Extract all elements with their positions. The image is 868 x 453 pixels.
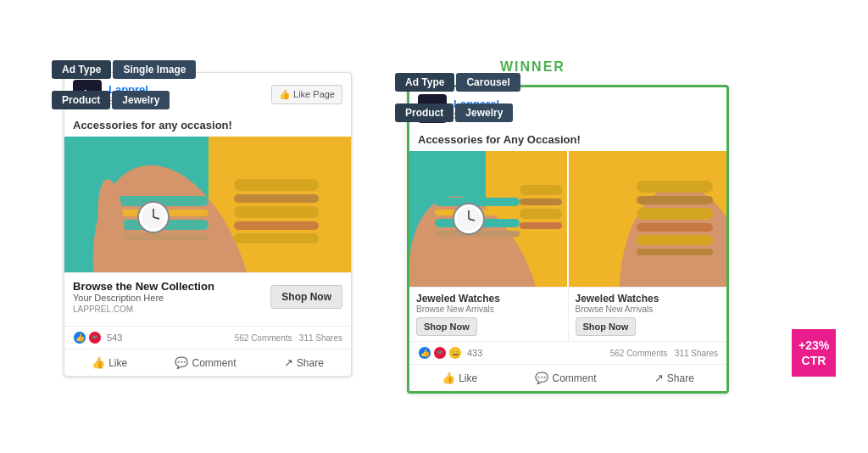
- carousel-item-2-cta: Shop Now: [576, 317, 721, 336]
- product-sub-2: Browse New Arrivals: [576, 305, 721, 314]
- right-reaction-icons: 👍 ❤ 😄 433: [418, 346, 482, 360]
- svg-rect-6: [115, 233, 209, 240]
- left-reactions-bar: 👍 ❤ 543 562 Comments 311 Shares: [64, 326, 351, 349]
- product-sub-1: Browse New Arrivals: [416, 305, 561, 314]
- left-actions-bar: 👍 Like 💬 Comment ↗ Share: [64, 349, 351, 376]
- like-react-icon: 👍: [73, 331, 86, 344]
- svg-rect-29: [520, 199, 562, 205]
- left-product-group: Product Jewelry: [52, 91, 170, 109]
- share-action-label: Share: [297, 357, 324, 369]
- left-sub-description: Your Description Here: [73, 293, 214, 303]
- product-info-2: Jeweled Watches Browse New Arrivals: [576, 293, 721, 314]
- left-ad-description: Accessories for any occasion!: [64, 115, 351, 137]
- right-carousel-images: [409, 151, 726, 287]
- svg-rect-28: [520, 185, 562, 195]
- heart-react-icon: ❤: [88, 331, 102, 344]
- left-ad-image-area: [64, 137, 351, 272]
- svg-rect-13: [234, 206, 319, 218]
- left-comment-action[interactable]: 💬 Comment: [168, 353, 242, 372]
- right-actions-bar: 👍 Like 💬 Comment ↗ Share: [409, 364, 726, 391]
- shop-now-btn-2[interactable]: Shop Now: [576, 317, 637, 336]
- left-like-page-btn[interactable]: 👍 Like Page: [271, 85, 342, 104]
- product-name-1: Jeweled Watches: [416, 293, 561, 305]
- right-product-label: Product: [395, 103, 453, 122]
- right-ad-card: L Lapparel Sponsored Accessories for Any…: [407, 85, 729, 394]
- page-container: WINNER Ad Type Single Image Product Jewe…: [0, 0, 868, 453]
- like-action-icon: 👍: [92, 356, 105, 369]
- right-ad-description: Accessories for Any Occasion!: [409, 130, 726, 151]
- right-share-action-label: Share: [667, 372, 694, 384]
- svg-rect-37: [637, 223, 713, 232]
- right-like-action-icon: 👍: [442, 372, 455, 384]
- comment-action-icon: 💬: [175, 356, 188, 369]
- svg-rect-12: [234, 194, 319, 203]
- svg-rect-11: [234, 179, 319, 191]
- right-ad-type-value: Carousel: [456, 73, 520, 92]
- right-comment-action[interactable]: 💬 Comment: [528, 368, 603, 388]
- left-ad-image-svg: [64, 137, 351, 272]
- left-shop-now-btn[interactable]: Shop Now: [270, 285, 342, 309]
- product-info-1: Jeweled Watches Browse New Arrivals: [416, 293, 561, 314]
- right-haha-react-icon: 😄: [448, 346, 462, 360]
- ctr-label: CTR: [798, 353, 829, 368]
- left-headline: Browse the New Collection: [73, 280, 214, 293]
- right-like-action[interactable]: 👍 Like: [435, 368, 484, 388]
- svg-rect-35: [637, 196, 713, 204]
- carousel-img-left: [409, 151, 569, 287]
- left-product-value: Jewelry: [112, 91, 170, 109]
- ctr-value: +23%: [798, 338, 829, 353]
- right-ad-type-group: Ad Type Carousel: [395, 73, 520, 92]
- left-share-action[interactable]: ↗ Share: [277, 353, 331, 372]
- left-ad-type-label: Ad Type: [52, 60, 111, 79]
- carousel-left-svg: [409, 151, 569, 287]
- left-comment-share: 562 Comments 311 Shares: [235, 333, 342, 343]
- carousel-product-footer: Jeweled Watches Browse New Arrivals Shop…: [409, 287, 726, 341]
- carousel-right-svg: [569, 151, 726, 287]
- left-ad-footer-single: Browse the New Collection Your Descripti…: [73, 280, 342, 314]
- right-heart-react-icon: ❤: [433, 346, 447, 360]
- carousel-item-1: Jeweled Watches Browse New Arrivals Shop…: [409, 288, 569, 341]
- share-action-icon: ↗: [284, 356, 293, 369]
- ads-container: WINNER Ad Type Single Image Product Jewe…: [17, 17, 851, 436]
- left-like-page-label: Like Page: [293, 89, 335, 99]
- thumbs-up-icon: 👍: [279, 89, 291, 100]
- left-comments: 562 Comments: [235, 333, 292, 343]
- shop-now-btn-1[interactable]: Shop Now: [416, 317, 477, 336]
- right-comment-action-icon: 💬: [535, 372, 548, 384]
- left-ad-wrapper: Ad Type Single Image Product Jewelry L L…: [64, 72, 352, 377]
- like-action-label: Like: [108, 357, 127, 369]
- svg-rect-31: [520, 222, 562, 229]
- right-product-group: Product Jewelry: [395, 103, 513, 122]
- svg-rect-39: [637, 249, 713, 255]
- right-share-action-icon: ↗: [654, 372, 664, 384]
- product-name-2: Jeweled Watches: [576, 293, 721, 305]
- left-domain: LAPPREL.COM: [73, 305, 214, 314]
- right-like-react-icon: 👍: [418, 346, 431, 360]
- svg-rect-20: [435, 198, 520, 206]
- svg-rect-34: [637, 181, 713, 193]
- svg-rect-36: [637, 208, 713, 220]
- left-product-label: Product: [52, 91, 110, 109]
- right-comment-share: 562 Comments 311 Shares: [610, 349, 718, 358]
- left-ad-card: L Lapprel Sponsored 👍 Like Page Accessor…: [64, 72, 352, 377]
- left-ad-type-group: Ad Type Single Image: [52, 60, 196, 79]
- svg-rect-30: [520, 209, 562, 219]
- left-like-action[interactable]: 👍 Like: [85, 353, 134, 372]
- right-comments: 562 Comments: [610, 349, 668, 358]
- left-reactions-count: 543: [107, 333, 122, 343]
- left-reaction-icons: 👍 ❤ 543: [73, 331, 122, 344]
- right-product-value: Jewelry: [455, 103, 513, 122]
- left-ad-type-value: Single Image: [113, 60, 196, 79]
- carousel-item-1-cta: Shop Now: [416, 317, 561, 336]
- left-ad-footer-text: Browse the New Collection Your Descripti…: [73, 280, 214, 314]
- carousel-item-2: Jeweled Watches Browse New Arrivals Shop…: [569, 288, 727, 341]
- right-share-action[interactable]: ↗ Share: [648, 368, 701, 388]
- comment-action-label: Comment: [192, 357, 236, 369]
- svg-rect-15: [234, 233, 319, 243]
- right-reactions-bar: 👍 ❤ 😄 433 562 Comments 311 Shares: [409, 341, 726, 364]
- carousel-img-right: [569, 151, 726, 287]
- right-like-action-label: Like: [459, 372, 477, 384]
- right-comment-action-label: Comment: [552, 372, 596, 384]
- left-ad-footer: Browse the New Collection Your Descripti…: [64, 272, 351, 326]
- ctr-badge: +23% CTR: [792, 329, 836, 377]
